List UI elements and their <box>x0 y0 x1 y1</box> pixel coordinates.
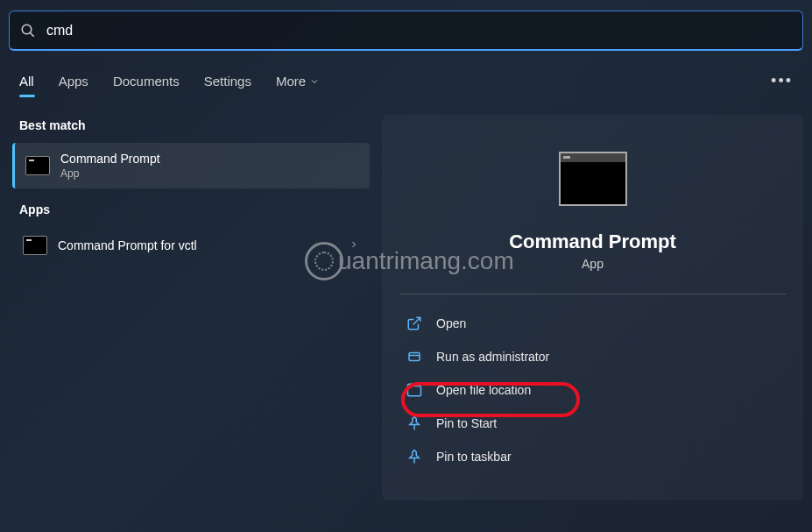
action-label: Pin to Start <box>436 416 497 430</box>
chevron-down-icon <box>309 76 320 87</box>
search-input[interactable] <box>46 23 792 39</box>
search-bar[interactable] <box>9 11 803 51</box>
overflow-menu-button[interactable]: ••• <box>771 72 793 101</box>
shield-icon <box>406 349 422 365</box>
panel-subtitle: App <box>399 257 786 271</box>
tab-documents[interactable]: Documents <box>113 74 180 99</box>
action-run-as-admin[interactable]: Run as administrator <box>399 340 786 373</box>
tab-apps[interactable]: Apps <box>59 74 88 99</box>
action-label: Open <box>436 316 466 330</box>
tab-more[interactable]: More <box>276 74 320 99</box>
tab-more-label: More <box>276 74 306 89</box>
filter-tabs: All Apps Documents Settings More ••• <box>0 51 812 101</box>
cmd-app-icon <box>23 236 47 255</box>
cmd-app-icon <box>25 156 50 175</box>
action-label: Run as administrator <box>436 350 549 364</box>
cmd-large-icon <box>559 152 627 206</box>
pin-icon <box>406 415 422 431</box>
action-label: Open file location <box>436 383 531 397</box>
search-icon <box>20 23 36 39</box>
section-best-match: Best match <box>12 104 370 143</box>
svg-line-2 <box>413 317 420 324</box>
action-pin-to-taskbar[interactable]: Pin to taskbar <box>399 440 786 473</box>
folder-icon <box>406 382 422 398</box>
results-column: Best match Command Prompt App Apps Comma… <box>12 104 370 264</box>
svg-line-1 <box>30 32 34 37</box>
result-title: Command Prompt <box>60 152 359 166</box>
svg-point-0 <box>22 25 32 34</box>
result-command-prompt[interactable]: Command Prompt App <box>12 143 370 188</box>
divider <box>399 294 786 294</box>
chevron-right-icon <box>349 238 359 252</box>
pin-icon <box>406 449 422 465</box>
open-external-icon <box>406 316 422 331</box>
result-subtitle: App <box>60 167 359 180</box>
action-pin-to-start[interactable]: Pin to Start <box>399 407 786 440</box>
tab-all[interactable]: All <box>19 74 34 99</box>
result-command-prompt-vctl[interactable]: Command Prompt for vctl <box>12 227 370 264</box>
panel-title: Command Prompt <box>399 231 786 253</box>
result-title: Command Prompt for vctl <box>58 238 338 252</box>
action-open-file-location[interactable]: Open file location <box>399 373 786 407</box>
section-apps: Apps <box>12 188 370 227</box>
action-label: Pin to taskbar <box>436 450 512 464</box>
details-panel: Command Prompt App Open Run as administr… <box>382 115 803 500</box>
action-open[interactable]: Open <box>399 307 786 340</box>
svg-rect-3 <box>409 353 420 361</box>
tab-settings[interactable]: Settings <box>204 74 251 99</box>
